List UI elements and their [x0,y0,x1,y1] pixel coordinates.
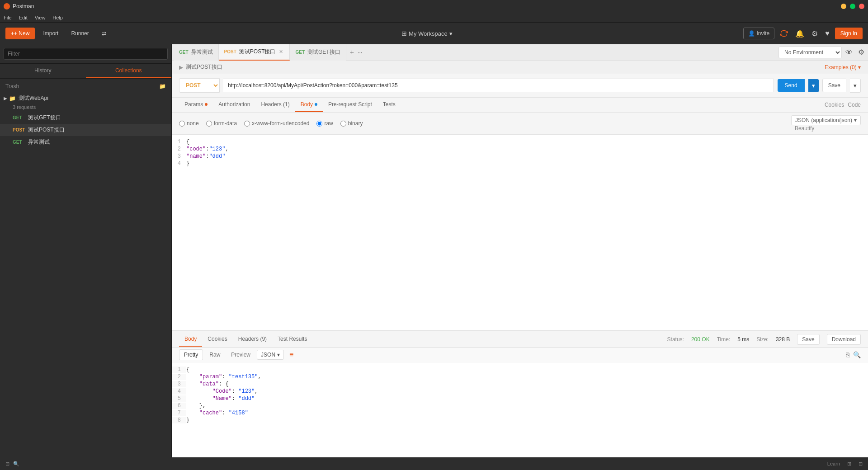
heart-button[interactable]: ♥ [823,28,831,39]
rtab-headers[interactable]: Headers (1) [255,98,295,112]
minimize-button[interactable] [841,4,846,9]
tab-post-active[interactable]: POST 测试POST接口 ✕ [219,44,290,61]
new-button[interactable]: + + New [5,28,35,39]
resp-tab-headers[interactable]: Headers (9) [233,332,272,347]
response-download-button[interactable]: Download [827,334,861,345]
tab-method-post: POST [224,49,236,54]
sidebar: History Collections Trash 📁 ▶ 📁 测试WebApi… [0,44,172,457]
url-input[interactable] [223,79,774,92]
menu-edit[interactable]: Edit [19,15,28,20]
send-button[interactable]: Send [778,79,805,92]
code-link[interactable]: Code [848,102,861,108]
request-item-post[interactable]: POST 测试POST接口 [0,124,171,136]
search-response-button[interactable]: 🔍 [853,351,861,358]
collection-count: 3 requests [0,104,171,112]
import-button[interactable]: Import [38,28,63,39]
rfmt-preview[interactable]: Preview [226,350,255,360]
sync-button[interactable] [778,28,790,39]
tab-get-exception[interactable]: GET 异常测试 [174,44,219,61]
rtab-body[interactable]: Body [295,98,323,112]
collapse-arrow[interactable]: ▶ [179,64,183,70]
rfmt-pretty[interactable]: Pretty [179,349,203,360]
rtab-params[interactable]: Params [179,98,213,112]
save-button[interactable]: Save [822,79,846,92]
tab-get-test[interactable]: GET 测试GET接口 [290,44,346,61]
title-bar: Postman [0,0,868,13]
resp-tab-body[interactable]: Body [179,332,202,347]
opt-none[interactable]: none [179,120,199,127]
radio-binary[interactable] [340,121,346,127]
send-dropdown-button[interactable]: ▾ [808,79,819,92]
opt-form-data[interactable]: form-data [206,120,237,127]
json-type-select[interactable]: JSON (application/json) ▾ [791,115,861,125]
layout-button[interactable]: ⇄ [97,28,111,39]
menu-help[interactable]: Help [52,15,63,20]
layout-button-status[interactable]: ⊞ [847,461,851,467]
resp-line-4: 4 "Code": "123", [172,388,868,395]
tab-add-button[interactable]: + [346,48,358,56]
notification-button[interactable]: 🔔 [793,28,806,40]
radio-raw[interactable] [316,121,322,127]
copy-button[interactable]: ⎘ [846,351,849,358]
console-button-status[interactable]: ⊡ [859,461,863,467]
rtab-tests[interactable]: Tests [377,98,401,112]
opt-raw[interactable]: raw [316,120,333,127]
rfmt-raw[interactable]: Raw [205,350,225,360]
opt-binary[interactable]: binary [340,120,363,127]
runner-button[interactable]: Runner [66,28,93,39]
menu-view[interactable]: View [35,15,46,20]
search-input[interactable] [4,48,168,60]
radio-urlencoded[interactable] [244,121,250,127]
tab-collections[interactable]: Collections [86,64,172,78]
menu-file[interactable]: File [4,15,12,20]
tab-more-button[interactable]: ··· [358,49,362,56]
request-item-get2[interactable]: GET 异常测试 [0,136,171,148]
examples-link[interactable]: Examples (0) ▾ [825,64,861,70]
tab-close-button[interactable]: ✕ [278,49,284,55]
env-settings-button[interactable]: ⚙ [856,46,866,58]
rtab-prerequest[interactable]: Pre-request Script [323,98,377,112]
save-dropdown-button[interactable]: ▾ [850,79,861,93]
trash-section: Trash 📁 [0,80,171,92]
request-name-2: 测试POST接口 [28,126,65,134]
radio-form-data[interactable] [206,121,212,127]
tab-history[interactable]: History [0,64,86,78]
request-body-editor[interactable]: 1 { 2 "code":"123", 3 "name":"ddd" 4 } [172,135,868,331]
rtab-authorization[interactable]: Authorization [213,98,255,112]
status-bar-icon: ⊡ [5,461,9,467]
beautify-button[interactable]: Beautify [795,125,814,132]
close-button[interactable] [859,4,864,9]
app-logo [4,3,10,9]
invite-button[interactable]: 👤 Invite [743,28,774,39]
trash-label[interactable]: Trash [5,83,19,89]
chevron-down-icon-resp: ▾ [277,352,280,358]
body-indicator [315,103,317,106]
collection-header[interactable]: ▶ 📁 测试WebApi [0,92,171,104]
resp-tab-testresults[interactable]: Test Results [272,332,312,347]
request-title-text: 测试POST接口 [186,63,222,71]
new-collection-icon[interactable]: 📁 [159,83,166,89]
method-select[interactable]: POST GET PUT DELETE [179,78,220,93]
env-eye-button[interactable]: 👁 [844,47,854,58]
cookies-link[interactable]: Cookies [825,102,844,108]
tab-name-2: 测试POST接口 [239,48,276,56]
radio-none[interactable] [179,121,185,127]
maximize-button[interactable] [850,4,855,9]
time-label: Time: [717,336,731,343]
plus-icon: + [11,30,14,37]
workspace-selector[interactable]: ⊞ My Workspace ▾ [401,30,453,37]
settings-button[interactable]: ⚙ [810,28,820,40]
request-item-get[interactable]: GET 测试GET接口 [0,112,171,124]
learn-link[interactable]: Learn [827,461,840,467]
format-icon[interactable]: ≡ [289,351,293,359]
resp-tab-cookies[interactable]: Cookies [202,332,232,347]
environment-select[interactable]: No Environment [778,47,842,58]
response-format-select[interactable]: JSON ▾ [257,350,284,360]
response-area: Body Cookies Headers (9) Test Results St… [172,331,868,457]
body-options-bar: none form-data x-www-form-urlencoded raw… [172,113,868,135]
chevron-right-icon: ▶ [4,96,7,101]
opt-urlencoded[interactable]: x-www-form-urlencoded [244,120,309,127]
response-save-button[interactable]: Save [797,334,819,345]
method-get-badge-2: GET [13,140,25,145]
signin-button[interactable]: Sign In [835,28,863,39]
